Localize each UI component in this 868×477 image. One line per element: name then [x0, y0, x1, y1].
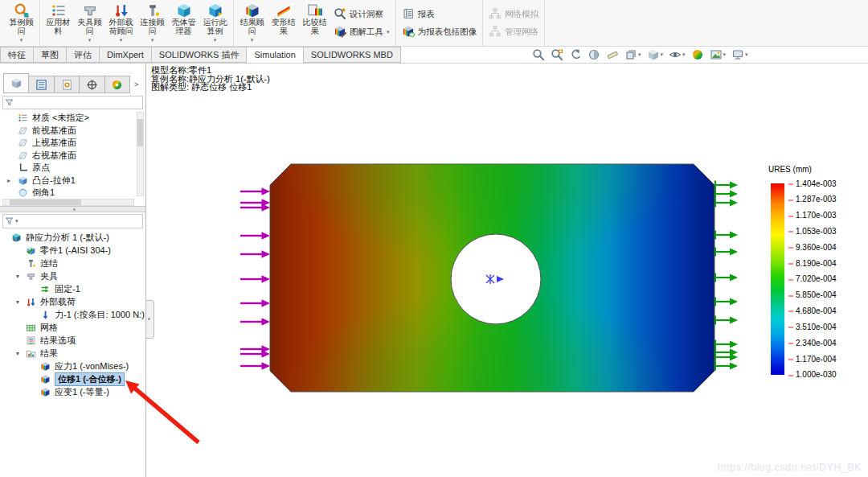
- tab-solidworks-addins[interactable]: SOLIDWORKS 插件: [152, 47, 248, 63]
- dropdown-caret-icon[interactable]: ▾: [88, 37, 92, 44]
- manager-tabs-overflow-chevron-icon[interactable]: >: [130, 80, 142, 88]
- manager-tab-dimxpert-manager[interactable]: [80, 76, 104, 93]
- heads-up-view-toolbar: ▾▾▾▾▾: [532, 48, 748, 61]
- manager-tab-property[interactable]: [55, 76, 80, 93]
- tree-item-chamfer1[interactable]: 倒角1: [2, 187, 136, 199]
- fixture-arrow: [715, 231, 738, 240]
- tree-item-force-1[interactable]: 力-1 (:按条目: 1000 N:): [2, 308, 145, 321]
- display-style-icon[interactable]: ▾: [647, 48, 664, 61]
- expand-arrow-icon[interactable]: ▾: [16, 273, 19, 280]
- ribbon-button-report[interactable]: 报表: [402, 7, 477, 22]
- view-orientation-icon[interactable]: ▾: [624, 48, 641, 61]
- fea-model[interactable]: [232, 157, 747, 402]
- tree-item-fixed-1[interactable]: 固定-1: [2, 282, 145, 295]
- graphics-area[interactable]: 模型名称:零件1 算例名称:静应力分析 1(-默认-) 图解类型: 静态位移 位…: [146, 64, 868, 477]
- panel-splitter[interactable]: [0, 206, 145, 212]
- zoom-to-fit-icon[interactable]: [532, 48, 545, 61]
- ribbon-button-compare-results[interactable]: 比较结果: [299, 2, 330, 44]
- panel-collapse-handle[interactable]: [146, 300, 154, 339]
- scrollbar-thumb[interactable]: [137, 119, 143, 146]
- zoom-to-area-icon[interactable]: [551, 48, 563, 61]
- tree-item-mesh[interactable]: 网格: [2, 321, 145, 334]
- tree-item-front-plane[interactable]: 前视基准面: [2, 125, 136, 138]
- tree-item-label: 应变1 (-等量-): [55, 386, 109, 398]
- dropdown-caret-icon[interactable]: ▾: [20, 37, 23, 44]
- report-icon: [402, 7, 415, 22]
- tree-item-fixtures[interactable]: ▾夹具: [2, 269, 145, 282]
- tree-item-displacement1[interactable]: 位移1 (-合位移-): [2, 372, 145, 385]
- expand-arrow-icon[interactable]: ▸: [7, 177, 10, 184]
- ribbon-button-label: 图解工具: [350, 27, 383, 38]
- ribbon-button-simulate-network[interactable]: 网络模拟: [489, 7, 538, 22]
- tab-evaluate[interactable]: 评估: [67, 47, 100, 63]
- view-settings-icon[interactable]: ▾: [731, 48, 748, 61]
- dropdown-caret-icon[interactable]: ▾: [151, 37, 154, 44]
- tree-item-boss-extrude1[interactable]: ▸凸台-拉伸1: [2, 175, 136, 187]
- dropdown-caret-icon[interactable]: ▾: [638, 51, 641, 58]
- dropdown-caret-icon[interactable]: ▾: [745, 51, 748, 58]
- ribbon-button-run-study[interactable]: 运行此算例▾: [199, 2, 231, 44]
- tab-features[interactable]: 特征: [0, 47, 34, 63]
- ribbon-button-design-insight[interactable]: 设计洞察: [334, 7, 390, 22]
- tree-item-label: 上视基准面: [32, 137, 76, 149]
- tree-item-external-loads[interactable]: ▾外部载荷: [2, 295, 145, 308]
- ribbon-button-apply-material[interactable]: 应用材料: [43, 2, 74, 44]
- manager-tab-display-manager[interactable]: [105, 76, 130, 93]
- apply-scene-icon[interactable]: ▾: [710, 48, 727, 61]
- tree-item-strain1[interactable]: 应变1 (-等量-): [2, 385, 145, 398]
- expand-arrow-icon[interactable]: ▾: [16, 298, 19, 306]
- tree-item-connections[interactable]: 连结: [2, 257, 145, 269]
- tree-item-results[interactable]: ▾结果: [2, 347, 145, 360]
- dropdown-caret-icon[interactable]: ▾: [661, 51, 664, 58]
- dropdown-caret-icon[interactable]: ▾: [682, 51, 686, 58]
- tab-dimxpert[interactable]: DimXpert: [100, 47, 152, 63]
- ribbon-button-deformed-result[interactable]: 变形结果: [268, 2, 299, 44]
- scrollbar-thumb[interactable]: [10, 199, 81, 205]
- load-arrow: [240, 350, 270, 358]
- tab-sketch[interactable]: 草图: [34, 47, 67, 63]
- dropdown-caret-icon[interactable]: ▾: [387, 29, 390, 35]
- dropdown-caret-icon[interactable]: ▾: [251, 37, 254, 44]
- tree-item-material[interactable]: 材质 <未指定>: [2, 112, 136, 125]
- ribbon-button-label: 报表: [418, 9, 435, 20]
- tab-simulation[interactable]: Simulation: [247, 47, 303, 63]
- hide-show-items-icon[interactable]: ▾: [669, 48, 686, 61]
- ribbon-button-external-loads-advisor[interactable]: 外部载荷顾问▾: [105, 2, 137, 44]
- tree-item-result-options[interactable]: 结果选项: [2, 334, 145, 347]
- expand-arrow-icon[interactable]: ▾: [16, 350, 19, 357]
- ribbon-button-manage-network[interactable]: 管理网络: [489, 25, 538, 39]
- edit-appearance-icon[interactable]: [691, 48, 704, 61]
- legend-tick: [788, 263, 793, 265]
- section-view-icon[interactable]: [588, 48, 600, 61]
- tree-item-origin[interactable]: 原点: [2, 162, 136, 175]
- ribbon-button-plot-tools[interactable]: 图解工具▾: [334, 25, 390, 39]
- measure-icon[interactable]: [606, 48, 619, 61]
- dropdown-caret-icon[interactable]: ▾: [214, 37, 217, 44]
- ribbon-button-study-advisor[interactable]: 算例顾问▾: [6, 2, 37, 44]
- dropdown-caret-icon[interactable]: ▾: [723, 51, 727, 58]
- feature-tree-filter[interactable]: [2, 96, 143, 109]
- tree-item-top-plane[interactable]: 上视基准面: [2, 137, 136, 150]
- ribbon-button-connections-advisor[interactable]: 连接顾问▾: [137, 2, 168, 44]
- load-arrow: [240, 318, 270, 326]
- ribbon-button-results-advisor[interactable]: 结果顾问▾: [236, 2, 268, 44]
- tree-item-right-plane[interactable]: 右视基准面: [2, 150, 136, 162]
- tree-item-part1[interactable]: 零件1 (-AISI 304-): [2, 244, 145, 257]
- tree-item-stress1[interactable]: 应力1 (-vonMises-): [2, 360, 145, 372]
- ribbon-button-fixtures-advisor[interactable]: 夹具顾问▾: [74, 2, 105, 44]
- ribbon-button-label: 比较结果: [299, 19, 330, 36]
- dropdown-caret-icon[interactable]: ▾: [120, 37, 123, 44]
- previous-view-icon[interactable]: [569, 48, 582, 61]
- model-hole[interactable]: [451, 234, 541, 324]
- manager-tab-part-tab[interactable]: [3, 73, 29, 93]
- ribbon-button-shell-manager[interactable]: 壳体管理器: [168, 2, 199, 44]
- ribbon-button-include-image-report[interactable]: 为报表包括图像: [402, 25, 477, 39]
- tree-item-label: 连结: [40, 257, 58, 269]
- dropdown-caret-icon[interactable]: ▾: [15, 218, 18, 224]
- tree-item-static-study[interactable]: 静应力分析 1 (-默认-): [2, 231, 145, 244]
- study-tree-filter[interactable]: ▾: [2, 214, 143, 228]
- tab-solidworks-mbd[interactable]: SOLIDWORKS MBD: [304, 47, 401, 63]
- vertical-scrollbar[interactable]: [137, 112, 144, 196]
- horizontal-scrollbar[interactable]: [2, 199, 134, 206]
- manager-tab-feature-tree[interactable]: [29, 76, 54, 93]
